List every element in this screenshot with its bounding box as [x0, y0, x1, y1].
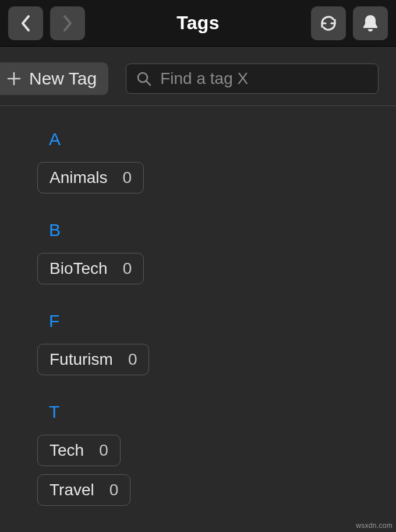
- toolbar: New Tag: [0, 61, 396, 106]
- section-letter: F: [49, 311, 396, 331]
- tag-count: 0: [109, 481, 119, 499]
- chevron-left-icon: [20, 14, 31, 33]
- section-letter: B: [49, 220, 396, 240]
- tag-name: Travel: [50, 481, 94, 499]
- section-t: TTech0Travel0: [37, 402, 396, 514]
- new-tag-label: New Tag: [29, 69, 97, 89]
- topbar: Tags: [0, 0, 396, 47]
- notifications-button[interactable]: [353, 6, 388, 40]
- tag-count: 0: [123, 259, 132, 278]
- sync-button[interactable]: [311, 6, 346, 40]
- sync-icon: [318, 13, 339, 34]
- section-letter: T: [49, 402, 396, 422]
- tag-name: Tech: [50, 441, 84, 460]
- tag-count: 0: [99, 441, 108, 460]
- search-input[interactable]: [160, 69, 369, 88]
- plus-icon: [7, 72, 21, 86]
- watermark: wsxdn.com: [356, 522, 393, 530]
- nav-group-right: [311, 6, 388, 40]
- chevron-right-icon: [62, 14, 73, 33]
- tag-list: AAnimals0BBioTech0FFuturism0TTech0Travel…: [0, 106, 396, 514]
- page-title: Tags: [85, 12, 311, 34]
- svg-line-3: [147, 81, 151, 85]
- tag-name: BioTech: [50, 259, 108, 278]
- back-button[interactable]: [8, 6, 43, 40]
- search-icon: [136, 71, 152, 87]
- tag-chip[interactable]: Tech0: [37, 435, 121, 466]
- tag-count: 0: [123, 168, 132, 187]
- search-field[interactable]: [126, 64, 379, 94]
- tag-name: Animals: [50, 168, 108, 187]
- tag-name: Futurism: [50, 350, 113, 369]
- tag-chip[interactable]: Futurism0: [37, 344, 149, 375]
- section-letter: A: [49, 129, 396, 149]
- nav-group-left: [8, 6, 85, 40]
- section-f: FFuturism0: [37, 311, 396, 383]
- bell-icon: [360, 13, 380, 34]
- tag-count: 0: [128, 350, 137, 369]
- tag-chip[interactable]: Travel0: [37, 474, 130, 506]
- tag-chip[interactable]: BioTech0: [37, 253, 144, 284]
- tag-chip[interactable]: Animals0: [37, 162, 144, 193]
- forward-button[interactable]: [50, 6, 85, 40]
- section-b: BBioTech0: [37, 220, 396, 293]
- new-tag-button[interactable]: New Tag: [0, 62, 108, 95]
- section-a: AAnimals0: [37, 129, 396, 202]
